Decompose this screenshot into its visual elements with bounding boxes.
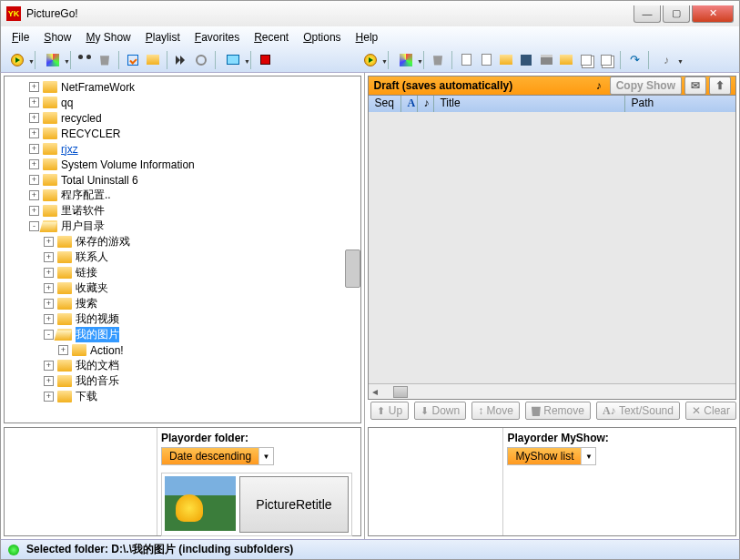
- expander-icon[interactable]: +: [29, 190, 39, 200]
- down-button[interactable]: ⬇ Down: [414, 402, 466, 420]
- tree-node[interactable]: +qq: [29, 95, 358, 110]
- tree-node[interactable]: +链接: [44, 265, 358, 280]
- clear-button[interactable]: ✕ Clear: [685, 402, 736, 420]
- menu-options[interactable]: Options: [296, 29, 348, 46]
- tree-node-label[interactable]: RECYCLER: [61, 127, 120, 140]
- trash2-button[interactable]: [429, 51, 447, 69]
- text-sound-button[interactable]: A♪ Text/Sound: [596, 402, 680, 420]
- doc-button[interactable]: [477, 51, 495, 69]
- tree-node-label[interactable]: 联系人: [76, 249, 108, 265]
- tree-node[interactable]: +rjxz: [29, 141, 358, 157]
- tree-node-label[interactable]: 我的图片: [76, 327, 119, 342]
- up-button[interactable]: ⬆ Up: [370, 402, 409, 420]
- tree-node-label[interactable]: qq: [61, 97, 73, 109]
- menu-recent[interactable]: Recent: [247, 29, 296, 46]
- up-arrow-button[interactable]: ⬆: [709, 76, 731, 95]
- tree-node[interactable]: +RECYCLER: [29, 126, 358, 141]
- grid-body[interactable]: ◂: [368, 112, 736, 400]
- tree-node[interactable]: +NetFrameWork: [29, 79, 358, 95]
- open-button[interactable]: [497, 51, 515, 69]
- undo-button[interactable]: ↶: [625, 51, 644, 69]
- tree-node[interactable]: -我的图片: [44, 327, 358, 342]
- copy-show-button[interactable]: Copy Show: [610, 76, 682, 95]
- skip-button[interactable]: [172, 51, 190, 69]
- folder-button[interactable]: [144, 51, 162, 69]
- tree-node[interactable]: +联系人: [44, 249, 358, 265]
- view-colors2-button[interactable]: ▼: [393, 51, 419, 69]
- expander-icon[interactable]: +: [29, 82, 39, 92]
- menu-file[interactable]: File: [5, 29, 36, 46]
- tree-node[interactable]: +里诺软件: [29, 203, 358, 219]
- playorder-myshow-dropdown[interactable]: MyShow list ▼: [507, 447, 596, 465]
- expander-icon[interactable]: +: [29, 159, 39, 169]
- tree-node-label[interactable]: System Volume Information: [61, 158, 195, 171]
- col-path[interactable]: Path: [625, 96, 735, 112]
- expander-icon[interactable]: +: [44, 299, 54, 309]
- tree-node-label[interactable]: 我的文档: [76, 358, 119, 373]
- tree-node-label[interactable]: rjxz: [61, 143, 78, 156]
- export-button[interactable]: [557, 51, 575, 69]
- picture-retitle-button[interactable]: PictureRetitle: [239, 476, 349, 533]
- expander-icon[interactable]: +: [29, 175, 39, 185]
- tree-node[interactable]: +Action!: [58, 342, 358, 358]
- tree-node[interactable]: +我的文档: [44, 358, 358, 373]
- minimize-button[interactable]: —: [634, 5, 661, 23]
- col-title[interactable]: Title: [434, 96, 625, 112]
- expander-icon[interactable]: +: [58, 345, 68, 355]
- copy-button[interactable]: [577, 51, 595, 69]
- tree-node[interactable]: +recycled: [29, 110, 358, 126]
- saveas-button[interactable]: [537, 51, 555, 69]
- expander-icon[interactable]: +: [44, 283, 54, 293]
- tree-node-label[interactable]: Total Uninstall 6: [61, 174, 138, 187]
- tree-node-label[interactable]: 里诺软件: [61, 203, 105, 219]
- tree-node[interactable]: +保存的游戏: [44, 234, 358, 249]
- expander-icon[interactable]: +: [44, 392, 54, 402]
- tree-node-label[interactable]: 用户目录: [61, 219, 105, 234]
- trash-button[interactable]: [96, 51, 114, 69]
- music-button[interactable]: ♪▼: [654, 51, 679, 69]
- expander-icon[interactable]: +: [29, 128, 39, 138]
- tree-node[interactable]: +Total Uninstall 6: [29, 172, 358, 188]
- tree-node[interactable]: +收藏夹: [44, 280, 358, 296]
- mail-button[interactable]: ✉: [684, 76, 706, 95]
- tree-node-label[interactable]: NetFrameWork: [61, 81, 135, 94]
- tree-node-label[interactable]: 链接: [76, 265, 97, 280]
- expander-icon[interactable]: +: [44, 268, 54, 278]
- tree-node-label[interactable]: 搜索: [76, 296, 97, 311]
- col-sound-icon[interactable]: ♪: [418, 96, 434, 112]
- expander-icon[interactable]: -: [44, 330, 54, 340]
- hscroll-thumb[interactable]: [393, 386, 408, 398]
- go-button[interactable]: ▼: [5, 51, 30, 69]
- tree-node[interactable]: +System Volume Information: [29, 157, 358, 172]
- expander-icon[interactable]: +: [44, 314, 54, 324]
- monitor-button[interactable]: ▼: [220, 51, 246, 69]
- tree-node[interactable]: +搜索: [44, 296, 358, 311]
- menu-help[interactable]: Help: [349, 29, 386, 46]
- expander-icon[interactable]: +: [44, 252, 54, 262]
- col-seq[interactable]: Seq: [369, 96, 401, 112]
- tree-node-label[interactable]: recycled: [61, 112, 102, 125]
- disc-button[interactable]: [192, 51, 210, 69]
- stop-button[interactable]: [256, 51, 274, 69]
- expander-icon[interactable]: +: [29, 113, 39, 123]
- menu-favorites[interactable]: Favorites: [188, 29, 247, 46]
- tree-node[interactable]: +我的视频: [44, 311, 358, 327]
- menu-playlist[interactable]: Playlist: [138, 29, 188, 46]
- expander-icon[interactable]: +: [29, 206, 39, 216]
- expander-icon[interactable]: +: [44, 376, 54, 386]
- people-button[interactable]: [76, 51, 94, 69]
- tree-node-label[interactable]: 我的音乐: [76, 373, 119, 389]
- tree-node[interactable]: +程序配置..: [29, 188, 358, 203]
- menu-my-show[interactable]: My Show: [78, 29, 137, 46]
- tree-node[interactable]: +我的音乐: [44, 373, 358, 389]
- col-text-icon[interactable]: A: [401, 96, 418, 112]
- move-button[interactable]: ↕ Move: [471, 402, 520, 420]
- go2-button[interactable]: ▼: [358, 51, 383, 69]
- new-doc-button[interactable]: [457, 51, 475, 69]
- tree-node-label[interactable]: 保存的游戏: [76, 234, 130, 249]
- maximize-button[interactable]: ▢: [663, 5, 690, 23]
- expander-icon[interactable]: +: [44, 361, 54, 371]
- expander-icon[interactable]: -: [29, 221, 39, 231]
- folder-tree[interactable]: +NetFrameWork+qq+recycled+RECYCLER+rjxz+…: [4, 76, 361, 423]
- expander-icon[interactable]: +: [29, 144, 39, 154]
